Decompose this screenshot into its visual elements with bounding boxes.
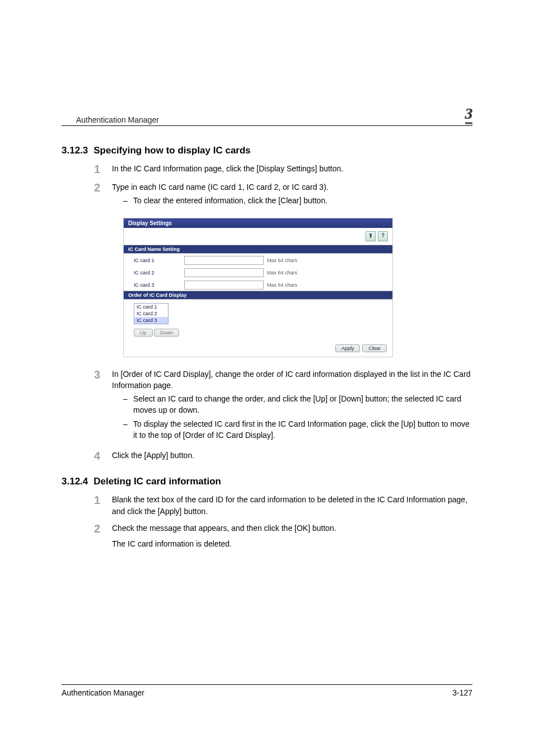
step-text: In [Order of IC Card Display], change th… [112,368,472,391]
back-icon[interactable]: ⬆ [366,231,376,241]
max-chars-hint: Max 64 chars [267,270,297,276]
step-marker: 3 [94,368,112,381]
step-sub-item: To clear the entered information, click … [123,195,329,206]
panel-header: Order of IC Card Display [124,291,392,300]
step-marker: 1 [94,494,112,507]
step-sub-item: To display the selected IC card first in… [123,418,472,441]
down-button[interactable]: Down [154,329,179,337]
display-settings-dialog: Display Settings ⬆ ? IC Card Name Settin… [123,218,393,357]
ic-card-3-input[interactable] [184,281,264,290]
step-marker: 1 [94,163,112,176]
max-chars-hint: Max 64 chars [267,282,297,288]
field-label: IC card 2 [134,270,184,276]
max-chars-hint: Max 64 chars [267,258,297,263]
page-number: 3-127 [452,688,472,697]
step-marker: 2 [94,181,112,194]
step-result-text: The IC card information is deleted. [112,538,336,549]
ic-card-order-list[interactable]: IC card 1 IC card 2 IC card 3 [134,303,168,324]
step-sub-item: Select an IC card to change the order, a… [123,393,472,416]
step-marker: 2 [94,522,112,535]
section-title: Deleting IC card information [93,476,221,487]
list-item[interactable]: IC card 3 [134,317,168,324]
list-item[interactable]: IC card 1 [134,304,168,310]
dialog-title: Display Settings [124,218,392,228]
section-number: 3.12.4 [62,476,88,487]
panel-header: IC Card Name Setting [124,245,392,254]
ic-card-2-input[interactable] [184,268,264,277]
field-label: IC card 3 [134,282,184,288]
step-text: In the IC Card Information page, click t… [112,163,343,174]
clear-button[interactable]: Clear [362,344,387,352]
apply-button[interactable]: Apply [335,344,360,352]
ic-card-1-input[interactable] [184,256,264,265]
step-text: Blank the text box of the card ID for th… [112,494,472,517]
step-text: Click the [Apply] button. [112,450,194,461]
field-label: IC card 1 [134,258,184,263]
help-icon[interactable]: ? [378,231,388,241]
step-marker: 4 [94,450,112,463]
step-text: Check the message that appears, and then… [112,522,336,534]
up-button[interactable]: Up [134,329,153,337]
section-title: Specifying how to display IC cards [93,145,251,156]
running-header: Authentication Manager [76,115,159,124]
list-item[interactable]: IC card 2 [134,310,168,317]
step-text: Type in each IC card name (IC card 1, IC… [112,181,329,193]
chapter-number: 3 [465,106,473,124]
footer-title: Authentication Manager [62,688,144,697]
section-number: 3.12.3 [62,145,88,156]
